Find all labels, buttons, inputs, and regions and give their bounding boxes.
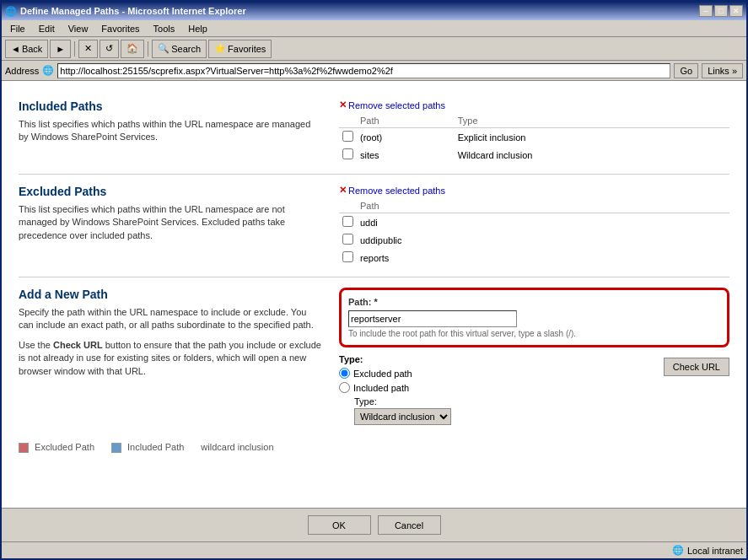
excluded-paths-left: Excluded Paths This list specifies which… [19, 185, 339, 267]
ie-title-icon: 🌐 [5, 6, 17, 17]
row-path-uddipublic: uddipublic [357, 231, 729, 249]
excluded-paths-desc: This list specifies which paths within t… [19, 203, 322, 242]
cancel-button[interactable]: Cancel [378, 515, 441, 535]
remove-excluded-icon: ✕ [339, 185, 347, 196]
row-checkbox-cell [339, 146, 357, 164]
row-checkbox-cell [339, 128, 357, 147]
col-path-exc: Path [357, 199, 729, 213]
toolbar-separator-2 [148, 41, 148, 57]
links-button[interactable]: Links » [702, 63, 743, 78]
remove-included-icon: ✕ [339, 100, 347, 110]
check-url-button[interactable]: Check URL [664, 358, 729, 376]
included-path-radio-row: Included path [339, 382, 729, 393]
back-button[interactable]: ◄ Back [5, 40, 48, 58]
menu-bar: File Edit View Favorites Tools Help [2, 20, 746, 37]
content-area: Included Paths This list specifies which… [2, 81, 746, 508]
home-button[interactable]: 🏠 [121, 40, 144, 58]
address-label: Address [5, 66, 39, 76]
excluded-path-legend-label: Excluded Path [35, 442, 94, 452]
minimize-button[interactable]: – [699, 5, 713, 17]
excluded-paths-right: ✕ Remove selected paths Path [339, 185, 729, 267]
wildcard-legend-item: wildcard inclusion [201, 442, 273, 453]
zone-icon: 🌐 [672, 545, 684, 556]
excluded-paths-table: Path uddi uddipublic [339, 199, 729, 267]
table-row: sites Wildcard inclusion [339, 146, 729, 164]
legend-row: Excluded Path Included Path wildcard inc… [19, 435, 729, 460]
add-path-section: Add a New Path Specify the path within t… [19, 277, 729, 435]
menu-tools[interactable]: Tools [147, 22, 182, 35]
add-path-title: Add a New Path [19, 288, 322, 301]
bottom-bar: OK Cancel [2, 508, 746, 541]
row-checkbox-root[interactable] [342, 131, 353, 142]
remove-excluded-link[interactable]: ✕ Remove selected paths [339, 185, 729, 196]
add-path-desc-1: Specify the path within the URL namespac… [19, 306, 322, 332]
status-bar: 🌐 Local intranet [2, 541, 746, 558]
included-paths-left: Included Paths This list specifies which… [19, 100, 339, 164]
col-path-inc: Path [357, 114, 455, 128]
excluded-path-radio[interactable] [339, 368, 350, 379]
menu-favorites[interactable]: Favorites [94, 22, 146, 35]
row-checkbox-sites[interactable] [342, 148, 353, 159]
row-checkbox-reports[interactable] [342, 251, 353, 262]
included-path-radio[interactable] [339, 382, 350, 393]
path-input-area: Path: * To include the root path for thi… [339, 288, 729, 347]
excluded-paths-section: Excluded Paths This list specifies which… [19, 175, 729, 277]
add-path-left: Add a New Path Specify the path within t… [19, 288, 339, 425]
address-icon: 🌐 [42, 65, 54, 76]
window-title: Define Managed Paths - Microsoft Interne… [20, 6, 246, 16]
included-path-legend-label: Included Path [127, 442, 184, 452]
menu-edit[interactable]: Edit [32, 22, 62, 35]
type-dropdown-row: Type: Wildcard inclusion Explicit inclus… [354, 396, 729, 425]
type-dropdown-label: Type: Wildcard inclusion Explicit inclus… [354, 396, 451, 425]
type-dropdown[interactable]: Wildcard inclusion Explicit inclusion [354, 408, 451, 425]
included-paths-title: Included Paths [19, 100, 322, 113]
row-checkbox-cell [339, 249, 357, 267]
close-button[interactable]: ✕ [729, 5, 743, 17]
row-path-uddi: uddi [357, 213, 729, 232]
path-input[interactable] [348, 310, 517, 327]
title-bar-controls: – □ ✕ [699, 5, 743, 17]
address-input[interactable] [57, 63, 670, 78]
table-row: uddi [339, 213, 729, 232]
favorites-button[interactable]: ⭐ Favorites [208, 40, 272, 58]
menu-help[interactable]: Help [181, 22, 214, 35]
go-button[interactable]: Go [674, 63, 698, 78]
col-checkbox-inc [339, 114, 357, 128]
ok-button[interactable]: OK [308, 515, 371, 535]
zone-label: Local intranet [687, 546, 743, 556]
page-scroll-area[interactable]: Included Paths This list specifies which… [2, 81, 746, 508]
row-path-sites: sites [357, 146, 455, 164]
add-path-desc-2: Use the Check URL button to ensure that … [19, 339, 322, 378]
excluded-path-radio-row: Excluded path [339, 368, 664, 379]
path-label: Path: * [348, 297, 720, 307]
row-checkbox-uddipublic[interactable] [342, 234, 353, 245]
included-path-label: Included path [353, 383, 409, 393]
type-sublabel: Type: [354, 396, 451, 407]
remove-included-label: Remove selected paths [348, 100, 445, 110]
refresh-button[interactable]: ↺ [100, 40, 119, 58]
menu-file[interactable]: File [3, 22, 32, 35]
included-legend-item: Included Path [111, 442, 184, 453]
remove-included-link[interactable]: ✕ Remove selected paths [339, 100, 729, 110]
table-row: reports [339, 249, 729, 267]
title-bar: 🌐 Define Managed Paths - Microsoft Inter… [2, 2, 746, 20]
search-button[interactable]: 🔍 Search [152, 40, 207, 58]
status-right: 🌐 Local intranet [672, 545, 743, 556]
table-row: (root) Explicit inclusion [339, 128, 729, 147]
included-paths-right: ✕ Remove selected paths Path Type [339, 100, 729, 164]
excluded-legend-item: Excluded Path [19, 442, 94, 453]
add-path-right: Path: * To include the root path for thi… [339, 288, 729, 425]
row-path-reports: reports [357, 249, 729, 267]
remove-excluded-label: Remove selected paths [348, 186, 445, 196]
title-bar-left: 🌐 Define Managed Paths - Microsoft Inter… [5, 6, 246, 17]
path-hint: To include the root path for this virtua… [348, 329, 720, 338]
menu-view[interactable]: View [62, 22, 95, 35]
row-checkbox-uddi[interactable] [342, 216, 353, 227]
maximize-button[interactable]: □ [714, 5, 728, 17]
toolbar-separator [74, 41, 75, 57]
row-checkbox-cell [339, 213, 357, 232]
address-bar: Address 🌐 Go Links » [2, 61, 746, 81]
stop-button[interactable]: ✕ [78, 40, 98, 58]
forward-button[interactable]: ► [50, 40, 71, 58]
row-checkbox-cell [339, 231, 357, 249]
